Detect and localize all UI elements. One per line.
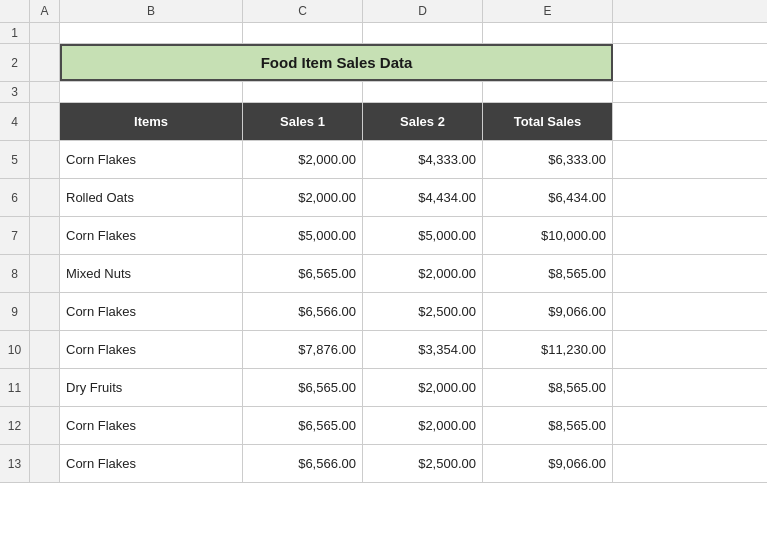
cell-12c[interactable]: $6,565.00 bbox=[243, 407, 363, 444]
cell-13d[interactable]: $2,500.00 bbox=[363, 445, 483, 482]
row-num-4: 4 bbox=[0, 103, 30, 140]
row-6: 6 Rolled Oats $2,000.00 $4,434.00 $6,434… bbox=[0, 179, 767, 217]
cell-1b[interactable] bbox=[60, 23, 243, 43]
row-8: 8 Mixed Nuts $6,565.00 $2,000.00 $8,565.… bbox=[0, 255, 767, 293]
header-total: Total Sales bbox=[483, 103, 613, 140]
cell-13e[interactable]: $9,066.00 bbox=[483, 445, 613, 482]
row-num-7: 7 bbox=[0, 217, 30, 254]
cell-1d[interactable] bbox=[363, 23, 483, 43]
row-num-12: 12 bbox=[0, 407, 30, 444]
row-5: 5 Corn Flakes $2,000.00 $4,333.00 $6,333… bbox=[0, 141, 767, 179]
cell-13b[interactable]: Corn Flakes bbox=[60, 445, 243, 482]
cell-8d[interactable]: $2,000.00 bbox=[363, 255, 483, 292]
cell-1c[interactable] bbox=[243, 23, 363, 43]
col-header-a: A bbox=[30, 0, 60, 22]
row-num-header bbox=[0, 0, 30, 22]
cell-4a bbox=[30, 103, 60, 140]
cell-11a bbox=[30, 369, 60, 406]
cell-10e[interactable]: $11,230.00 bbox=[483, 331, 613, 368]
cell-6d[interactable]: $4,434.00 bbox=[363, 179, 483, 216]
row-3: 3 bbox=[0, 82, 767, 103]
header-items: Items bbox=[60, 103, 243, 140]
cell-5b[interactable]: Corn Flakes bbox=[60, 141, 243, 178]
cell-5e[interactable]: $6,333.00 bbox=[483, 141, 613, 178]
cell-3e[interactable] bbox=[483, 82, 613, 102]
row-num-1: 1 bbox=[0, 23, 30, 43]
cell-3c[interactable] bbox=[243, 82, 363, 102]
cell-7b[interactable]: Corn Flakes bbox=[60, 217, 243, 254]
cell-10b[interactable]: Corn Flakes bbox=[60, 331, 243, 368]
row-7: 7 Corn Flakes $5,000.00 $5,000.00 $10,00… bbox=[0, 217, 767, 255]
cell-11e[interactable]: $8,565.00 bbox=[483, 369, 613, 406]
cell-6c[interactable]: $2,000.00 bbox=[243, 179, 363, 216]
cell-12d[interactable]: $2,000.00 bbox=[363, 407, 483, 444]
col-header-c: C bbox=[243, 0, 363, 22]
row-num-6: 6 bbox=[0, 179, 30, 216]
cell-13a bbox=[30, 445, 60, 482]
cell-13c[interactable]: $6,566.00 bbox=[243, 445, 363, 482]
cell-9a bbox=[30, 293, 60, 330]
cell-3d[interactable] bbox=[363, 82, 483, 102]
cell-12e[interactable]: $8,565.00 bbox=[483, 407, 613, 444]
row-2: 2 Food Item Sales Data bbox=[0, 44, 767, 82]
cell-12b[interactable]: Corn Flakes bbox=[60, 407, 243, 444]
cell-7a bbox=[30, 217, 60, 254]
cell-11c[interactable]: $6,565.00 bbox=[243, 369, 363, 406]
row-num-11: 11 bbox=[0, 369, 30, 406]
row-num-8: 8 bbox=[0, 255, 30, 292]
cell-9d[interactable]: $2,500.00 bbox=[363, 293, 483, 330]
cell-5d[interactable]: $4,333.00 bbox=[363, 141, 483, 178]
cell-1e[interactable] bbox=[483, 23, 613, 43]
cell-7d[interactable]: $5,000.00 bbox=[363, 217, 483, 254]
header-sales2: Sales 2 bbox=[363, 103, 483, 140]
row-12: 12 Corn Flakes $6,565.00 $2,000.00 $8,56… bbox=[0, 407, 767, 445]
title-cell: Food Item Sales Data bbox=[60, 44, 613, 81]
header-sales1: Sales 1 bbox=[243, 103, 363, 140]
data-rows: 5 Corn Flakes $2,000.00 $4,333.00 $6,333… bbox=[0, 141, 767, 483]
cell-11b[interactable]: Dry Fruits bbox=[60, 369, 243, 406]
cell-1a bbox=[30, 23, 60, 43]
cell-9b[interactable]: Corn Flakes bbox=[60, 293, 243, 330]
row-10: 10 Corn Flakes $7,876.00 $3,354.00 $11,2… bbox=[0, 331, 767, 369]
cell-10d[interactable]: $3,354.00 bbox=[363, 331, 483, 368]
row-1: 1 bbox=[0, 23, 767, 44]
row-num-5: 5 bbox=[0, 141, 30, 178]
cell-7e[interactable]: $10,000.00 bbox=[483, 217, 613, 254]
cell-2a bbox=[30, 44, 60, 81]
col-header-e: E bbox=[483, 0, 613, 22]
cell-6a bbox=[30, 179, 60, 216]
cell-5c[interactable]: $2,000.00 bbox=[243, 141, 363, 178]
cell-3a bbox=[30, 82, 60, 102]
row-11: 11 Dry Fruits $6,565.00 $2,000.00 $8,565… bbox=[0, 369, 767, 407]
cell-5a bbox=[30, 141, 60, 178]
row-num-10: 10 bbox=[0, 331, 30, 368]
cell-7c[interactable]: $5,000.00 bbox=[243, 217, 363, 254]
column-headers: A B C D E bbox=[0, 0, 767, 23]
sheet-body: 1 2 Food Item Sales Data 3 4 bbox=[0, 23, 767, 557]
cell-8a bbox=[30, 255, 60, 292]
spreadsheet-title: Food Item Sales Data bbox=[261, 54, 413, 71]
row-num-3: 3 bbox=[0, 82, 30, 102]
row-9: 9 Corn Flakes $6,566.00 $2,500.00 $9,066… bbox=[0, 293, 767, 331]
cell-9c[interactable]: $6,566.00 bbox=[243, 293, 363, 330]
cell-10a bbox=[30, 331, 60, 368]
row-4: 4 Items Sales 1 Sales 2 Total Sales bbox=[0, 103, 767, 141]
cell-8c[interactable]: $6,565.00 bbox=[243, 255, 363, 292]
cell-6e[interactable]: $6,434.00 bbox=[483, 179, 613, 216]
col-header-d: D bbox=[363, 0, 483, 22]
row-13: 13 Corn Flakes $6,566.00 $2,500.00 $9,06… bbox=[0, 445, 767, 483]
cell-6b[interactable]: Rolled Oats bbox=[60, 179, 243, 216]
cell-3b[interactable] bbox=[60, 82, 243, 102]
cell-11d[interactable]: $2,000.00 bbox=[363, 369, 483, 406]
cell-8e[interactable]: $8,565.00 bbox=[483, 255, 613, 292]
spreadsheet: A B C D E 1 2 Food Item Sales Data 3 bbox=[0, 0, 767, 557]
cell-10c[interactable]: $7,876.00 bbox=[243, 331, 363, 368]
row-num-9: 9 bbox=[0, 293, 30, 330]
row-num-13: 13 bbox=[0, 445, 30, 482]
cell-8b[interactable]: Mixed Nuts bbox=[60, 255, 243, 292]
cell-12a bbox=[30, 407, 60, 444]
col-header-b: B bbox=[60, 0, 243, 22]
cell-9e[interactable]: $9,066.00 bbox=[483, 293, 613, 330]
row-num-2: 2 bbox=[0, 44, 30, 81]
